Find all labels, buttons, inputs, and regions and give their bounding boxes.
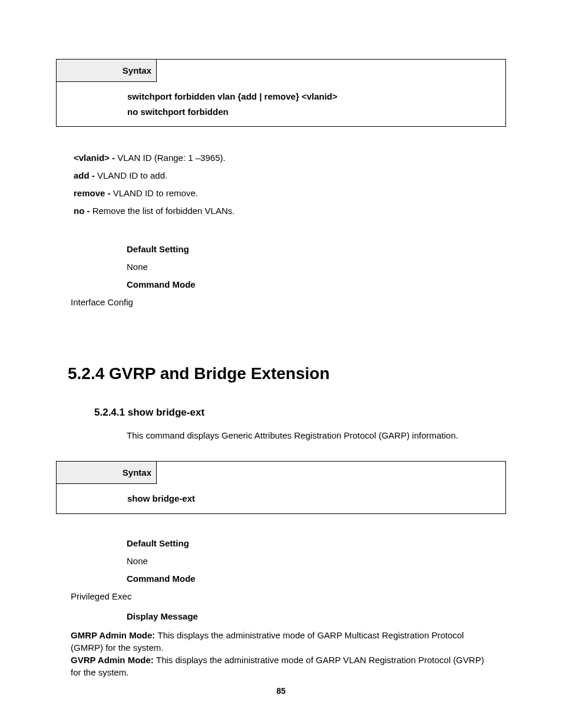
command-mode-value: Interface Config [56, 294, 506, 311]
command-mode-label: Command Mode [56, 276, 506, 294]
display-message-label: Display Message [56, 608, 506, 625]
param-key: remove - [74, 188, 113, 198]
default-setting-value: None [56, 552, 506, 570]
settings-block-2: Default Setting None Command Mode Privil… [56, 529, 506, 625]
param-row: no - Remove the list of forbidden VLANs. [74, 202, 506, 220]
subsection-description: This command displays Generic Attributes… [127, 430, 506, 440]
param-desc: VLAND ID to remove. [113, 188, 198, 198]
page-body: Syntax switchport forbidden vlan {add | … [0, 0, 562, 678]
page-number: 85 [0, 686, 562, 696]
param-row: <vlanid> - VLAN ID (Range: 1 –3965). [74, 149, 506, 167]
syntax-header-label: Syntax [57, 462, 157, 484]
syntax-box-1: Syntax switchport forbidden vlan {add | … [56, 59, 506, 127]
display-msg-key-1: GMRP Admin Mode: [71, 630, 158, 640]
default-setting-label: Default Setting [56, 535, 506, 552]
subsection-heading: 5.2.4.1 show bridge-ext [94, 407, 506, 419]
display-msg-key-2: GVRP Admin Mode: [71, 655, 156, 665]
syntax-header-row: Syntax [57, 462, 505, 484]
syntax-body: switchport forbidden vlan {add | remove}… [57, 82, 505, 126]
param-desc: VLAND ID to add. [97, 170, 167, 180]
default-setting-label: Default Setting [56, 241, 506, 258]
command-mode-label: Command Mode [56, 570, 506, 588]
section-heading: 5.2.4 GVRP and Bridge Extension [68, 364, 506, 383]
syntax-body: show bridge-ext [57, 484, 505, 513]
syntax-line-2: no switchport forbidden [127, 104, 505, 120]
syntax-header-label: Syntax [57, 60, 157, 82]
default-setting-value: None [56, 258, 506, 276]
parameter-list: <vlanid> - VLAN ID (Range: 1 –3965). add… [56, 139, 506, 220]
param-key: add - [74, 170, 97, 180]
param-desc: Remove the list of forbidden VLANs. [92, 206, 235, 216]
command-mode-value: Privileged Exec [56, 588, 506, 605]
settings-block-1: Default Setting None Command Mode Interf… [56, 235, 506, 311]
display-message-body: GMRP Admin Mode: This displays the admin… [56, 629, 506, 678]
param-desc: VLAN ID (Range: 1 –3965). [117, 153, 225, 163]
syntax-line: show bridge-ext [127, 491, 505, 506]
syntax-box-2: Syntax show bridge-ext [56, 461, 506, 514]
param-row: add - VLAND ID to add. [74, 167, 506, 185]
param-key: no - [74, 206, 92, 216]
param-key: <vlanid> - [74, 153, 117, 163]
syntax-header-row: Syntax [57, 60, 505, 82]
param-row: remove - VLAND ID to remove. [74, 185, 506, 202]
syntax-line-1: switchport forbidden vlan {add | remove}… [127, 89, 505, 104]
